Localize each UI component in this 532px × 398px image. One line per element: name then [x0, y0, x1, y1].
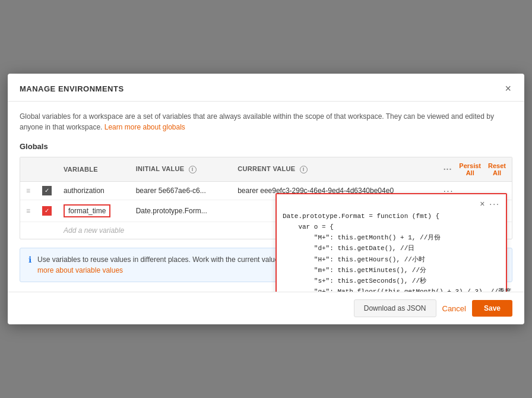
dots-icon: ··· [444, 165, 452, 174]
description-text: Global variables for a workspace are a s… [20, 111, 512, 132]
modal-title: MANAGE ENVIRONMENTS [20, 84, 124, 93]
modal-close-button[interactable]: × [504, 83, 512, 94]
initial-value-info-icon[interactable]: i [189, 166, 197, 173]
actions-header: ··· Persist All Reset All [438, 157, 512, 182]
popup-actions-button[interactable]: ··· [489, 199, 500, 209]
add-check-cell [36, 222, 58, 239]
checkbox-wrapper: ✓ [42, 206, 52, 216]
current-value-popup-editor: × ··· Date.prototype.Format = function (… [276, 193, 507, 292]
globals-section-title: Globals [20, 142, 512, 151]
table-header-row: VARIABLE INITIAL VALUE i CURRENT VALUE i [20, 157, 512, 182]
drag-cell: ≡ [20, 200, 36, 222]
cancel-button[interactable]: Cancel [442, 304, 466, 313]
modal-body: Global variables for a workspace are a s… [8, 102, 524, 292]
modal-header: MANAGE ENVIRONMENTS × [8, 74, 524, 102]
popup-header: × ··· [283, 199, 500, 209]
checkmark-icon: ✓ [45, 208, 49, 214]
current-value-info-icon[interactable]: i [300, 166, 308, 173]
info-icon: ℹ [28, 255, 31, 264]
header-action-buttons: ··· Persist All Reset All [444, 162, 506, 176]
format-time-checkbox[interactable]: ✓ [42, 206, 52, 216]
current-value-header: CURRENT VALUE i [232, 157, 437, 182]
drag-cell: ≡ [20, 182, 36, 200]
drag-handle-icon[interactable]: ≡ [26, 207, 30, 215]
reset-all-button[interactable]: Reset All [488, 162, 506, 176]
authorization-checkbox[interactable]: ✓ [42, 186, 52, 195]
popup-close-button[interactable]: × [480, 199, 484, 209]
learn-more-globals-link[interactable]: Learn more about globals [104, 123, 185, 131]
add-variable-label[interactable]: Add a new variable [64, 226, 124, 235]
manage-environments-modal: MANAGE ENVIRONMENTS × Global variables f… [8, 74, 524, 324]
check-cell: ✓ [36, 200, 58, 222]
popup-editor-content[interactable]: Date.prototype.Format = function (fmt) {… [283, 211, 500, 292]
variables-table-container: VARIABLE INITIAL VALUE i CURRENT VALUE i [20, 157, 512, 239]
variable-name-cell: format_time [58, 200, 130, 222]
check-header [36, 157, 58, 182]
drag-handle-icon[interactable]: ≡ [26, 187, 30, 195]
check-cell: ✓ [36, 182, 58, 200]
initial-value-cell[interactable]: bearer 5e667ae6-c6... [130, 182, 232, 200]
checkmark-icon: ✓ [45, 188, 49, 194]
modal-footer: Download as JSON Cancel Save [8, 292, 524, 324]
add-drag-cell [20, 222, 36, 239]
variable-name-cell: authorization [58, 182, 130, 200]
initial-value-header: INITIAL VALUE i [130, 157, 232, 182]
variable-header: VARIABLE [58, 157, 130, 182]
drag-header [20, 157, 36, 182]
initial-value-cell[interactable]: Date.prototype.Form... [130, 200, 232, 222]
format-time-variable-name: format_time [64, 204, 110, 217]
checkbox-wrapper: ✓ [42, 186, 52, 195]
description-content: Global variables for a workspace are a s… [20, 112, 494, 131]
persist-all-button[interactable]: Persist All [459, 162, 481, 176]
save-button[interactable]: Save [472, 300, 512, 317]
download-json-button[interactable]: Download as JSON [354, 299, 436, 317]
